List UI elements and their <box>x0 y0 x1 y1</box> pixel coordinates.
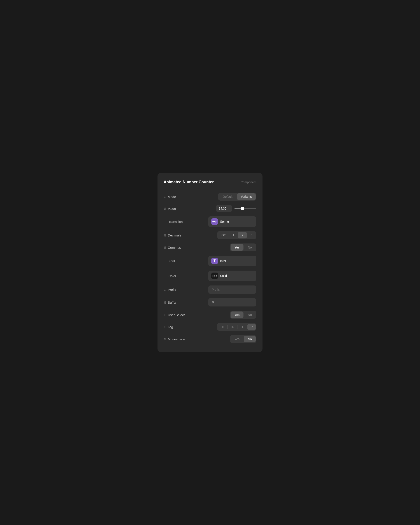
tag-segment-group: H1 H2 H3 P <box>217 323 256 331</box>
commas-label: ⊕ Commas <box>164 245 181 250</box>
suffix-input[interactable] <box>208 298 256 307</box>
color-select[interactable]: Solid <box>208 271 256 281</box>
decimals-off-btn[interactable]: Off <box>218 232 229 238</box>
monospace-toggle-group: Yes No <box>230 335 256 343</box>
decimals-plus-icon: ⊕ <box>164 233 167 237</box>
mode-default-btn[interactable]: Default <box>219 193 236 200</box>
prefix-plus-icon: ⊕ <box>164 288 167 292</box>
transition-control: Spring <box>208 216 256 227</box>
panel-subtitle: Component <box>241 180 256 184</box>
prefix-input[interactable] <box>208 285 256 294</box>
mode-row: ⊕ Mode Default Variants <box>164 190 256 203</box>
color-row: Color Solid <box>164 268 256 283</box>
suffix-row: ⊕ Suffix <box>164 296 256 309</box>
transition-row: Transition Spring <box>164 214 256 229</box>
font-select[interactable]: T Inter <box>208 256 256 266</box>
decimals-3-btn[interactable]: 3 <box>247 232 256 238</box>
value-slider[interactable] <box>234 208 256 209</box>
decimals-row: ⊕ Decimals Off 1 2 3 <box>164 229 256 241</box>
color-icon <box>211 272 218 279</box>
commas-yes-btn[interactable]: Yes <box>231 244 243 251</box>
font-label: Font <box>164 259 175 263</box>
monospace-control: Yes No <box>230 335 256 343</box>
monospace-plus-icon: ⊕ <box>164 337 167 341</box>
commas-plus-icon: ⊕ <box>164 245 167 250</box>
value-input[interactable] <box>216 205 232 212</box>
tag-label: ⊕ Tag <box>164 325 173 329</box>
tag-h1-btn[interactable]: H1 <box>218 324 227 330</box>
decimals-segment-group: Off 1 2 3 <box>217 231 256 239</box>
suffix-control <box>208 298 256 307</box>
user-select-plus-icon: ⊕ <box>164 313 167 317</box>
font-row: Font T Inter <box>164 253 256 268</box>
panel-title: Animated Number Counter <box>164 180 214 184</box>
suffix-plus-icon: ⊕ <box>164 300 167 304</box>
monospace-label: ⊕ Monospace <box>164 337 185 341</box>
tag-h2-btn[interactable]: H2 <box>228 324 238 330</box>
transition-label: Transition <box>164 220 183 224</box>
settings-panel: Animated Number Counter Component ⊕ Mode… <box>158 173 262 352</box>
mode-label: ⊕ Mode <box>164 195 176 199</box>
monospace-row: ⊕ Monospace Yes No <box>164 333 256 345</box>
user-select-toggle-group: Yes No <box>230 311 256 319</box>
decimals-label: ⊕ Decimals <box>164 233 181 237</box>
color-control: Solid <box>208 271 256 281</box>
value-plus-icon: ⊕ <box>164 206 167 211</box>
commas-no-btn[interactable]: No <box>244 244 256 251</box>
dot-3 <box>216 275 217 276</box>
mode-toggle-group: Default Variants <box>218 193 256 201</box>
monospace-no-btn[interactable]: No <box>244 336 256 342</box>
mode-plus-icon: ⊕ <box>164 195 167 199</box>
mode-control: Default Variants <box>218 193 256 201</box>
commas-row: ⊕ Commas Yes No <box>164 241 256 253</box>
slider-wrapper <box>234 208 256 209</box>
transition-select[interactable]: Spring <box>208 216 256 227</box>
decimals-1-btn[interactable]: 1 <box>229 232 238 238</box>
suffix-label: ⊕ Suffix <box>164 300 176 304</box>
spring-icon <box>211 218 218 225</box>
decimals-2-btn[interactable]: 2 <box>238 232 247 238</box>
value-label: ⊕ Value <box>164 206 176 211</box>
dot-1 <box>212 275 214 276</box>
user-select-control: Yes No <box>230 311 256 319</box>
prefix-label: ⊕ Prefix <box>164 288 176 292</box>
dot-2 <box>214 275 215 276</box>
color-dots <box>212 275 217 276</box>
tag-plus-icon: ⊕ <box>164 325 167 329</box>
font-icon: T <box>211 258 218 264</box>
font-control: T Inter <box>208 256 256 266</box>
value-control <box>216 205 256 212</box>
tag-control: H1 H2 H3 P <box>217 323 256 331</box>
prefix-row: ⊕ Prefix <box>164 283 256 296</box>
commas-control: Yes No <box>230 244 256 251</box>
color-label: Color <box>164 274 176 278</box>
tag-row: ⊕ Tag H1 H2 H3 P <box>164 321 256 333</box>
user-select-no-btn[interactable]: No <box>244 311 256 318</box>
user-select-yes-btn[interactable]: Yes <box>231 311 243 318</box>
commas-toggle-group: Yes No <box>230 244 256 251</box>
tag-h3-btn[interactable]: H3 <box>238 324 248 330</box>
panel-header: Animated Number Counter Component <box>164 180 256 184</box>
value-row: ⊕ Value <box>164 203 256 214</box>
monospace-yes-btn[interactable]: Yes <box>231 336 243 342</box>
tag-p-btn[interactable]: P <box>248 324 256 330</box>
user-select-row: ⊕ User Select Yes No <box>164 309 256 321</box>
prefix-control <box>208 285 256 294</box>
user-select-label: ⊕ User Select <box>164 313 185 317</box>
decimals-control: Off 1 2 3 <box>217 231 256 239</box>
mode-variants-btn[interactable]: Variants <box>237 193 256 200</box>
